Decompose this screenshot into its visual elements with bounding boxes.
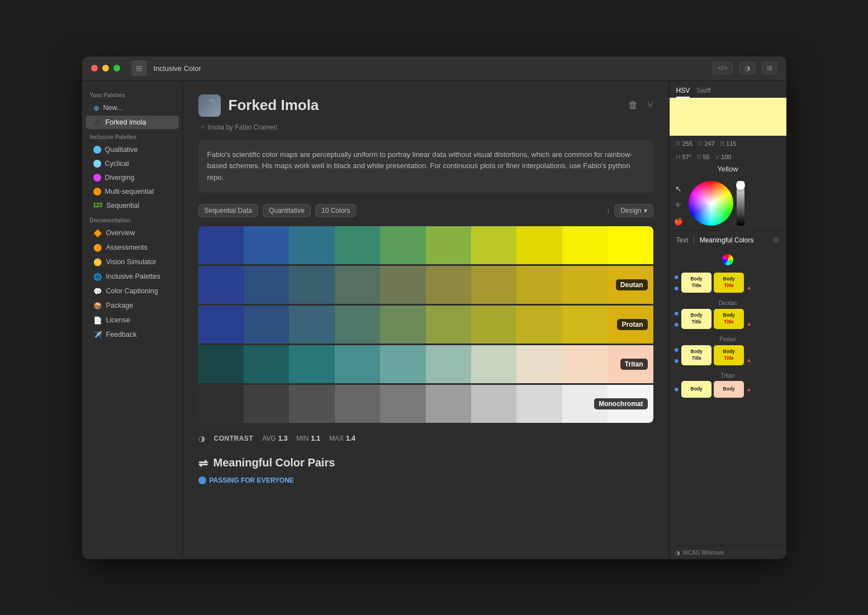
feedback-icon: ✈️ [93,331,102,339]
swatch-protan-8[interactable] [516,306,562,344]
protan-swatch-1[interactable]: Body Title [681,345,712,365]
sidebar-item-qualitative[interactable]: Qualitative [86,143,179,156]
close-button[interactable] [91,65,98,71]
swatch-deutan-1[interactable] [198,266,244,304]
swatch-normal-8[interactable] [516,226,562,264]
swatch-protan-3[interactable] [289,306,334,344]
swatch-deutan-3[interactable] [289,266,334,304]
body-title-swatch-1[interactable]: Body Title [681,273,712,293]
sidebar-item-vision-simulator[interactable]: 🟡 Vision Simulator [86,255,179,269]
swatch-mono-7[interactable] [471,385,516,423]
swatch-normal-2[interactable] [244,226,289,264]
package-icon: 📦 [93,302,102,310]
swatch-mono-6[interactable] [426,385,471,423]
sidebar-item-overview[interactable]: 🔶 Overview [86,226,179,240]
swatch-tritan-4[interactable] [335,345,380,383]
swatch-tritan-9[interactable] [562,345,608,383]
deutan-swatch-2[interactable]: Body Title [714,309,744,329]
tag-10-colors[interactable]: 10 Colors [315,204,356,217]
swatch-normal-10[interactable] [608,226,653,264]
sidebar-item-multi-sequential[interactable]: Multi-sequential [86,185,179,198]
sidebar-item-cyclical[interactable]: Cyclical [86,157,179,170]
swatch-deutan-6[interactable] [426,266,471,304]
swatch-protan-1[interactable] [198,306,244,344]
swatch-deutan-9[interactable] [562,266,608,304]
swatch-mono-4[interactable] [335,385,380,423]
tritan-label: Tritan [620,359,648,370]
tab-swift[interactable]: Swift [696,84,711,98]
swatch-tritan-1[interactable] [198,345,244,383]
swatch-mono-5[interactable] [380,385,425,423]
maximize-button[interactable] [113,65,120,71]
swatch-normal-1[interactable] [198,226,244,264]
deutan-warns: ▲ ▲ [746,311,752,327]
sidebar-toggle-icon[interactable]: ⊞ [131,60,147,76]
swatch-tritan-3[interactable] [289,345,334,383]
swatch-deutan-2[interactable] [244,266,289,304]
plus-icon: ⊕ [93,104,99,112]
swatch-deutan-8[interactable] [516,266,562,304]
swatch-tritan-6[interactable] [426,345,471,383]
swatch-tritan-5[interactable] [380,345,425,383]
swatch-tritan-7[interactable] [471,345,516,383]
swatch-protan-7[interactable] [471,306,516,344]
swatch-deutan-7[interactable] [471,266,516,304]
swatch-normal-5[interactable] [380,226,425,264]
tag-quantitative[interactable]: Quantitative [263,204,311,217]
wcag-label: ◑ WCAG Minimum [670,546,786,559]
swatch-tritan-8[interactable] [516,345,562,383]
swatch-tritan-2[interactable] [244,345,289,383]
tab-hsv[interactable]: HSV [676,84,690,98]
swatch-normal-7[interactable] [471,226,516,264]
swatch-protan-6[interactable] [426,306,471,344]
swatch-mono-3[interactable] [289,385,334,423]
delete-button[interactable]: 🗑 [628,99,638,111]
tritan-swatch-2[interactable]: Body [714,381,744,398]
body-title-swatch-2[interactable]: Body Title [714,273,744,293]
fork-button[interactable]: ⑂ [647,99,653,111]
eye-tool-icon[interactable]: 👁 [675,201,682,209]
swatch-normal-6[interactable] [426,226,471,264]
sidebar-item-sequential[interactable]: 123 Sequential [86,199,179,212]
tab-meaningful-colors[interactable]: Meaningful Colors [700,236,769,244]
swatch-protan-4[interactable] [335,306,380,344]
sidebar-item-package[interactable]: 📦 Package [86,299,179,313]
swatch-protan-2[interactable] [244,306,289,344]
protan-swatch-2[interactable]: Body Title [714,345,744,365]
settings-icon[interactable]: ⚙ [773,236,780,244]
sidebar-item-license[interactable]: 📄 License [86,313,179,327]
sidebar-item-diverging[interactable]: Diverging [86,171,179,184]
sidebar-item-inclusive-palettes[interactable]: 🌐 Inclusive Palettes [86,270,179,284]
sidebar-item-assessments[interactable]: 🟠 Assessments [86,241,179,255]
swatch-protan-5[interactable] [380,306,425,344]
palette-tags: Sequential Data Quantitative 10 Colors ↕… [198,204,653,217]
sidebar-item-forked-imola[interactable]: ⬛ Forked Imola [86,116,179,129]
apple-tool-icon[interactable]: 🍎 [674,217,683,226]
sidebar-item-color-captioning[interactable]: 💬 Color Captioning [86,284,179,298]
cursor-tool-icon[interactable]: ↖ [675,184,682,193]
swatch-deutan-4[interactable] [335,266,380,304]
swatch-mono-1[interactable] [198,385,244,423]
tritan-swatch-1[interactable]: Body [681,381,712,398]
swatch-deutan-5[interactable] [380,266,425,304]
sort-dropdown[interactable]: Design ▾ [614,204,653,217]
swatch-protan-9[interactable] [562,306,608,344]
color-wheel[interactable] [689,181,733,226]
deutan-check-1: ● [674,308,680,318]
layout-button[interactable]: ⊞ [762,62,777,74]
minimize-button[interactable] [102,65,109,71]
tab-text[interactable]: Text [676,236,689,244]
deutan-swatch-1[interactable]: Body Title [681,309,712,329]
contrast-button[interactable]: ◑ [739,62,755,74]
swatch-normal-4[interactable] [335,226,380,264]
swatch-mono-8[interactable] [516,385,562,423]
swatch-normal-3[interactable] [289,226,334,264]
tag-sequential-data[interactable]: Sequential Data [198,204,258,217]
code-button[interactable]: </> [713,62,732,74]
palette-title: Forked Imola [229,97,620,114]
swatch-mono-2[interactable] [244,385,289,423]
sidebar-item-feedback[interactable]: ✈️ Feedback [86,328,179,342]
brightness-slider[interactable] [737,181,744,226]
swatch-normal-9[interactable] [562,226,608,264]
sidebar-item-new[interactable]: ⊕ New... [86,101,179,115]
